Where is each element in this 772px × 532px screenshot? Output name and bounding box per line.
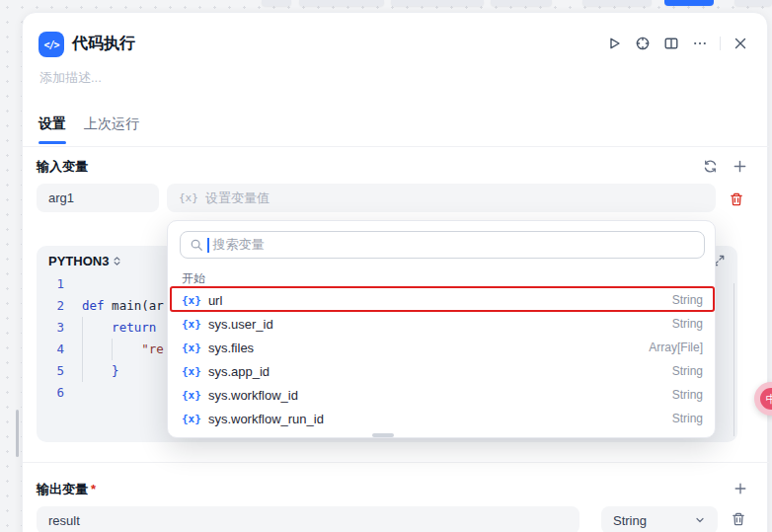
variable-badge-icon: {x} [179,191,198,204]
variable-name: url [208,293,222,308]
code-node-panel: </> 代码执行 添加描述... 设置 上次运行 [22,12,768,532]
variable-type: String [672,412,703,425]
dropdown-scrollbar[interactable] [372,433,394,437]
code-content[interactable]: def main(ar return "re } [82,273,164,404]
list-item-sys-files[interactable]: {x}sys.filesArray[File] [168,336,717,359]
trash-icon[interactable] [731,511,746,527]
editor-scrollbar[interactable] [733,283,735,436]
divider [23,462,769,463]
language-label: PYTHON3 [48,254,109,268]
required-mark: * [91,482,96,496]
variable-type: String [672,293,703,307]
description-input[interactable]: 添加描述... [39,69,102,87]
canvas-node-fragment [391,0,484,6]
variable-badge-icon: {x} [182,389,201,402]
tab-settings[interactable]: 设置 [39,115,66,133]
target-icon[interactable] [634,35,652,52]
plus-icon[interactable] [733,482,747,495]
chevron-down-icon [694,514,706,526]
variable-badge-icon: {x} [182,342,201,354]
page-title: 代码执行 [72,34,135,54]
variable-badge-icon: {x} [182,365,201,378]
text-caret [207,238,209,253]
code-icon: </> [39,32,64,57]
variable-badge-icon: {x} [182,294,201,307]
output-type-select[interactable]: String [601,506,718,532]
split-view-icon[interactable] [662,35,680,52]
canvas-node-fragment-selected [664,0,714,6]
line-numbers: 123456 [52,273,64,404]
indent-guide [112,339,113,360]
refresh-icon[interactable] [703,159,718,174]
group-label-start: 开始 [182,270,205,287]
variable-name: sys.files [208,341,254,355]
variable-value-placeholder: 设置变量值 [205,190,270,207]
translate-widget-label: 中 [760,388,772,410]
chevron-selector-icon [112,256,122,266]
variable-badge-icon: {x} [182,318,201,331]
canvas-node-fragment [491,0,552,6]
variable-name-input[interactable]: arg1 [37,184,159,212]
active-tab-underline [39,141,66,144]
indent-guide [82,317,83,382]
list-item-sys-app-id[interactable]: {x}sys.app_idString [168,359,717,383]
variable-name: sys.workflow_run_id [208,412,324,426]
output-type-value: String [613,513,647,528]
trash-icon[interactable] [729,191,744,207]
canvas-node-fragment [582,0,652,6]
search-icon [190,238,203,252]
canvas-node-fragment [734,0,772,6]
output-variables-label: 输出变量* [37,481,96,498]
list-item-sys-workflow-id[interactable]: {x}sys.workflow_idString [168,383,717,407]
plus-icon[interactable] [733,159,747,174]
list-item-sys-user-id[interactable]: {x}sys.user_idString [168,312,717,336]
variable-type: String [672,364,703,378]
variable-badge-icon: {x} [182,413,201,425]
variable-list: {x}urlString {x}sys.user_idString {x}sys… [168,288,717,430]
variable-type: Array[File] [649,341,703,354]
output-variable-name-input[interactable]: result [37,506,579,532]
run-icon[interactable] [605,35,623,52]
canvas-node-fragment [299,0,384,6]
list-item-sys-workflow-run-id[interactable]: {x}sys.workflow_run_idString [168,407,717,430]
variable-name: sys.app_id [208,364,270,379]
workflow-canvas: </> 代码执行 添加描述... 设置 上次运行 [0,0,772,532]
variable-type: String [672,388,703,402]
variable-type: String [672,317,703,331]
canvas-node-fragment [262,0,291,6]
more-icon[interactable] [691,35,709,52]
language-selector[interactable]: PYTHON3 [48,254,122,268]
search-input[interactable]: 搜索变量 [180,231,705,259]
variable-name: sys.workflow_id [208,388,298,403]
divider [720,37,721,50]
search-placeholder: 搜索变量 [213,236,265,254]
divider [23,146,769,147]
close-icon[interactable] [732,35,749,52]
canvas-scrollbar[interactable] [16,410,19,457]
variable-value-input[interactable]: {x} 设置变量值 [167,184,716,212]
input-variables-label: 输入变量 [37,158,88,176]
variable-picker-dropdown: 搜索变量 开始 {x}urlString {x}sys.user_idStrin… [167,220,716,438]
list-item-url[interactable]: {x}urlString [168,288,717,312]
variable-name: sys.user_id [208,317,273,332]
tab-last-run[interactable]: 上次运行 [84,115,139,133]
